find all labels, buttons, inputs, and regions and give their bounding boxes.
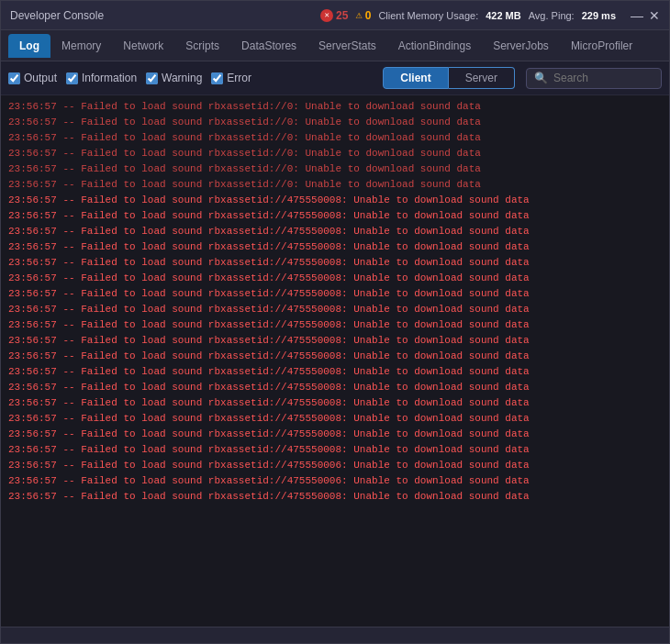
log-line: 23:56:57 -- Failed to load sound rbxasse… <box>1 427 669 442</box>
nav-tab-microprofiler[interactable]: MicroProfiler <box>560 34 643 58</box>
search-input[interactable] <box>553 72 645 84</box>
window-title: Developer Console <box>10 9 313 22</box>
warning-checkbox-item[interactable]: Warning <box>146 72 202 84</box>
log-line: 23:56:57 -- Failed to load sound rbxasse… <box>1 489 669 505</box>
log-line: 23:56:57 -- Failed to load sound rbxasse… <box>1 442 669 458</box>
log-line: 23:56:57 -- Failed to load sound rbxasse… <box>1 364 669 380</box>
log-line: 23:56:57 -- Failed to load sound rbxasse… <box>1 333 669 349</box>
filter-checkboxes: Output Information Warning Error <box>8 72 251 84</box>
client-button[interactable]: Client <box>383 67 448 89</box>
information-checkbox[interactable] <box>66 72 78 84</box>
warn-badge: ⚠ 0 <box>355 8 371 22</box>
developer-console-window: Developer Console ✕ 25 ⚠ 0 Client Memory… <box>0 0 670 644</box>
memory-value: 422 MB <box>486 10 521 21</box>
nav-tab-actionbindings[interactable]: ActionBindings <box>387 34 482 58</box>
log-line: 23:56:57 -- Failed to load sound rbxasse… <box>1 224 669 239</box>
log-line: 23:56:57 -- Failed to load sound rbxasse… <box>1 161 669 177</box>
nav-tab-scripts[interactable]: Scripts <box>174 34 230 58</box>
log-line: 23:56:57 -- Failed to load sound rbxasse… <box>1 317 669 333</box>
search-box: 🔍 <box>526 68 662 89</box>
error-icon: ✕ <box>320 9 333 22</box>
nav-tabs: LogMemoryNetworkScriptsDataStoresServerS… <box>1 30 669 61</box>
log-line: 23:56:57 -- Failed to load sound rbxasse… <box>1 99 669 115</box>
log-line: 23:56:57 -- Failed to load sound rbxasse… <box>1 208 669 224</box>
nav-tab-serverstats[interactable]: ServerStats <box>307 34 387 58</box>
server-button[interactable]: Server <box>449 67 515 89</box>
ping-label: Avg. Ping: <box>529 10 575 21</box>
log-line: 23:56:57 -- Failed to load sound rbxasse… <box>1 239 669 255</box>
log-line: 23:56:57 -- Failed to load sound rbxasse… <box>1 193 669 208</box>
log-line: 23:56:57 -- Failed to load sound rbxasse… <box>1 130 669 146</box>
nav-tab-log[interactable]: Log <box>8 34 50 58</box>
log-line: 23:56:57 -- Failed to load sound rbxasse… <box>1 349 669 364</box>
warning-label: Warning <box>162 72 202 84</box>
bottom-bar <box>1 627 669 643</box>
window-controls: — ✕ <box>631 8 660 23</box>
ping-value: 229 ms <box>582 10 616 21</box>
log-line: 23:56:57 -- Failed to load sound rbxasse… <box>1 395 669 411</box>
close-button[interactable]: ✕ <box>649 8 660 23</box>
output-label: Output <box>24 72 57 84</box>
log-area[interactable]: 23:56:57 -- Failed to load sound rbxasse… <box>1 95 669 627</box>
log-line: 23:56:57 -- Failed to load sound rbxasse… <box>1 458 669 473</box>
error-label: Error <box>227 72 251 84</box>
log-line: 23:56:57 -- Failed to load sound rbxasse… <box>1 115 669 130</box>
log-line: 23:56:57 -- Failed to load sound rbxasse… <box>1 255 669 271</box>
warn-icon: ⚠ <box>355 8 362 22</box>
log-line: 23:56:57 -- Failed to load sound rbxasse… <box>1 473 669 489</box>
error-checkbox[interactable] <box>211 72 223 84</box>
memory-label: Client Memory Usage: <box>378 10 478 21</box>
information-label: Information <box>82 72 137 84</box>
output-checkbox-item[interactable]: Output <box>8 72 57 84</box>
nav-tab-serverjobs[interactable]: ServerJobs <box>482 34 560 58</box>
warning-checkbox[interactable] <box>146 72 158 84</box>
error-checkbox-item[interactable]: Error <box>211 72 251 84</box>
nav-tab-datastores[interactable]: DataStores <box>230 34 307 58</box>
search-icon: 🔍 <box>534 72 548 85</box>
log-line: 23:56:57 -- Failed to load sound rbxasse… <box>1 411 669 427</box>
error-count: 25 <box>336 9 348 22</box>
warn-count: 0 <box>365 9 372 22</box>
title-bar: Developer Console ✕ 25 ⚠ 0 Client Memory… <box>1 1 669 30</box>
nav-tab-memory[interactable]: Memory <box>50 34 112 58</box>
client-server-buttons: Client Server <box>383 67 515 89</box>
log-line: 23:56:57 -- Failed to load sound rbxasse… <box>1 286 669 302</box>
nav-tab-network[interactable]: Network <box>112 34 174 58</box>
information-checkbox-item[interactable]: Information <box>66 72 137 84</box>
log-line: 23:56:57 -- Failed to load sound rbxasse… <box>1 271 669 286</box>
minimize-button[interactable]: — <box>631 8 643 23</box>
toolbar: Output Information Warning Error Client … <box>1 61 669 95</box>
output-checkbox[interactable] <box>8 72 20 84</box>
log-line: 23:56:57 -- Failed to load sound rbxasse… <box>1 380 669 395</box>
log-line: 23:56:57 -- Failed to load sound rbxasse… <box>1 302 669 317</box>
error-badge: ✕ 25 <box>320 9 348 22</box>
log-line: 23:56:57 -- Failed to load sound rbxasse… <box>1 146 669 161</box>
log-line: 23:56:57 -- Failed to load sound rbxasse… <box>1 177 669 193</box>
